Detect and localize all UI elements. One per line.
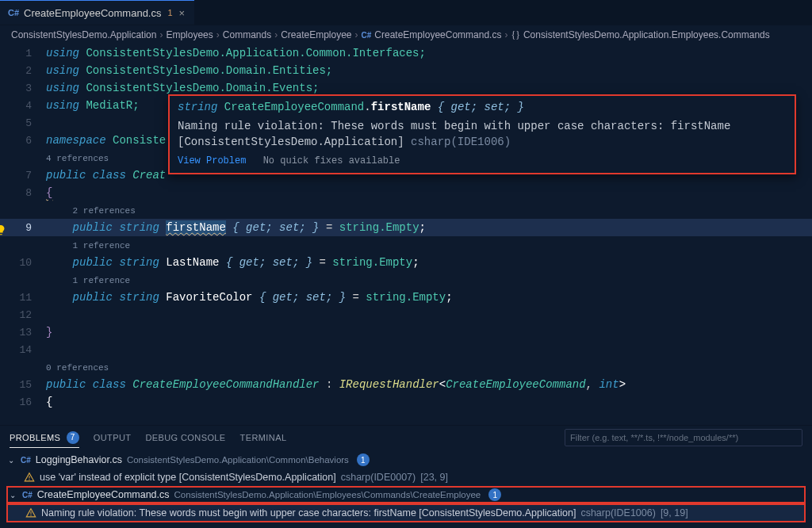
namespace-icon: {} bbox=[511, 29, 520, 41]
lightbulb-icon[interactable] bbox=[0, 224, 6, 235]
tab-problems[interactable]: PROBLEMS 7 bbox=[10, 428, 79, 448]
chevron-right-icon: › bbox=[216, 29, 220, 40]
tab-title: CreateEmployeeCommand.cs bbox=[24, 7, 161, 19]
problem-item-active[interactable]: Naming rule violation: These words must … bbox=[6, 503, 806, 522]
tab-debug-console[interactable]: DEBUG CONSOLE bbox=[145, 430, 225, 446]
problems-filter-input[interactable]: Filter (e.g. text, **/*.ts, !**/node_mod… bbox=[565, 429, 802, 446]
close-icon[interactable]: × bbox=[178, 7, 187, 19]
no-quick-fix-text: No quick fixes available bbox=[263, 155, 400, 166]
chevron-right-icon: › bbox=[504, 29, 508, 40]
warning-icon bbox=[25, 507, 36, 518]
codelens-references[interactable]: 2 references bbox=[73, 206, 136, 216]
svg-rect-1 bbox=[29, 476, 29, 478]
bottom-panel: PROBLEMS 7 OUTPUT DEBUG CONSOLE TERMINAL… bbox=[0, 425, 812, 528]
problem-item[interactable]: use 'var' instead of explicit type [Cons… bbox=[6, 469, 806, 486]
breadcrumb-part[interactable]: Commands bbox=[223, 29, 271, 40]
csharp-file-icon: C# bbox=[21, 456, 31, 465]
svg-point-2 bbox=[30, 515, 31, 515]
svg-point-0 bbox=[29, 479, 29, 480]
chevron-down-icon[interactable]: ⌄ bbox=[6, 456, 16, 465]
breadcrumb-part[interactable]: ConsistentStylesDemo.Application bbox=[11, 29, 156, 40]
problems-file-group[interactable]: ⌄ C# CreateEmployeeCommand.cs Consistent… bbox=[6, 486, 806, 503]
tab-output[interactable]: OUTPUT bbox=[94, 430, 132, 446]
svg-rect-3 bbox=[30, 511, 31, 514]
chevron-down-icon[interactable]: ⌄ bbox=[8, 491, 17, 499]
chevron-right-icon: › bbox=[274, 29, 278, 40]
tooltip-message: Naming rule violation: These words must … bbox=[178, 118, 787, 134]
codelens-references[interactable]: 1 reference bbox=[73, 276, 131, 285]
problems-list: ⌄ C# LoggingBehavior.cs ConsistentStyles… bbox=[0, 450, 812, 528]
codelens-references[interactable]: 4 references bbox=[46, 154, 109, 163]
problems-count-badge: 7 bbox=[67, 431, 79, 444]
breadcrumb-symbol[interactable]: ConsistentStylesDemo.Application.Employe… bbox=[523, 29, 770, 40]
code-editor[interactable]: 1using ConsistentStylesDemo.Application.… bbox=[0, 44, 812, 425]
chevron-right-icon: › bbox=[159, 29, 163, 40]
panel-tab-bar: PROBLEMS 7 OUTPUT DEBUG CONSOLE TERMINAL… bbox=[0, 426, 812, 450]
tab-language-icon: C# bbox=[8, 8, 19, 17]
breadcrumb-part[interactable]: CreateEmployee bbox=[281, 29, 351, 40]
breadcrumb-file[interactable]: CreateEmployeeCommand.cs bbox=[374, 29, 501, 40]
warning-icon bbox=[24, 472, 35, 483]
tab-terminal[interactable]: TERMINAL bbox=[240, 430, 287, 446]
active-line[interactable]: 9 public string firstName { get; set; } … bbox=[0, 219, 812, 236]
problems-file-group[interactable]: ⌄ C# LoggingBehavior.cs ConsistentStyles… bbox=[6, 451, 806, 469]
editor-tab[interactable]: C# CreateEmployeeCommand.cs 1 × bbox=[0, 0, 194, 25]
view-problem-link[interactable]: View Problem bbox=[178, 155, 246, 166]
breadcrumb-part[interactable]: Employees bbox=[166, 29, 213, 40]
breadcrumb-file-icon: C# bbox=[362, 31, 372, 40]
codelens-references[interactable]: 0 references bbox=[46, 363, 109, 373]
chevron-right-icon: › bbox=[355, 29, 358, 40]
hover-tooltip: string CreateEmployeeCommand.firstName {… bbox=[168, 94, 796, 174]
tab-modified-badge: 1 bbox=[167, 8, 172, 17]
tab-bar: C# CreateEmployeeCommand.cs 1 × bbox=[0, 0, 812, 25]
breadcrumb[interactable]: ConsistentStylesDemo.Application› Employ… bbox=[0, 25, 812, 44]
csharp-file-icon: C# bbox=[22, 491, 33, 499]
codelens-references[interactable]: 1 reference bbox=[73, 241, 131, 251]
property-firstname[interactable]: firstName bbox=[166, 220, 226, 235]
